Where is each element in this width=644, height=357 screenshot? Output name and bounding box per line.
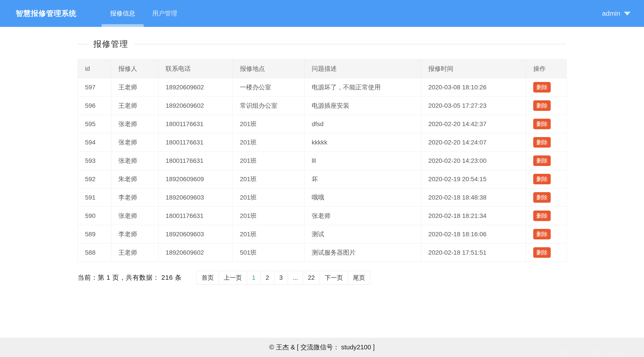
page-ellipsis: ... — [288, 271, 303, 285]
table-row: 595 张老师 18001176631 201班 dfsd 2020-02-20… — [78, 115, 566, 133]
col-header-reporter: 报修人 — [111, 59, 158, 78]
cell-description: 哦哦 — [304, 188, 421, 207]
cell-actions: 删除 — [526, 78, 566, 97]
table-row: 592 朱老师 18920609609 201班 坏 2020-02-19 20… — [78, 170, 566, 188]
delete-button[interactable]: 删除 — [533, 119, 551, 129]
cell-phone: 18920609602 — [158, 78, 233, 97]
watermark-text: https://blog.csdn.net/wjwj1203 — [560, 349, 634, 355]
page-first-button[interactable]: 首页 — [196, 271, 219, 285]
delete-button[interactable]: 删除 — [533, 137, 551, 148]
cell-description: 测试 — [304, 225, 421, 243]
cell-time: 2020-02-19 20:54:15 — [421, 170, 526, 188]
cell-id: 588 — [78, 243, 111, 262]
main-content: 报修管理 id 报修人 联系电话 报修地点 问题描述 报修时间 操作 597 王… — [78, 39, 566, 285]
delete-button[interactable]: 删除 — [533, 100, 551, 111]
pagination: 首页 上一页 1 2 3 ... 22 下一页 尾页 — [196, 271, 370, 285]
table-row: 596 王老师 18920609602 常识组办公室 电源插座安装 2020-0… — [78, 97, 566, 115]
cell-id: 591 — [78, 188, 111, 207]
delete-button[interactable]: 删除 — [533, 229, 551, 239]
cell-phone: 18920609603 — [158, 225, 233, 243]
cell-id: 589 — [78, 225, 111, 243]
tab-user-management-label: 用户管理 — [152, 9, 177, 18]
cell-time: 2020-02-18 18:16:06 — [421, 225, 526, 243]
cell-time: 2020-02-20 14:42:37 — [421, 115, 526, 133]
delete-button[interactable]: 删除 — [533, 192, 551, 203]
cell-actions: 删除 — [526, 170, 566, 188]
title-right-divider — [134, 44, 566, 44]
cell-time: 2020-02-20 14:23:00 — [421, 152, 526, 170]
page-number-3[interactable]: 3 — [274, 271, 288, 285]
cell-location: 201班 — [233, 115, 304, 133]
cell-location: 一楼办公室 — [233, 78, 304, 97]
cell-location: 201班 — [233, 225, 304, 243]
page-title: 报修管理 — [93, 39, 128, 50]
table-row: 589 李老师 18920609603 201班 测试 2020-02-18 1… — [78, 225, 566, 243]
delete-button[interactable]: 删除 — [533, 247, 551, 258]
page-number-2[interactable]: 2 — [260, 271, 274, 285]
cell-time: 2020-02-18 17:51:51 — [421, 243, 526, 262]
cell-reporter: 李老师 — [111, 188, 158, 207]
cell-reporter: 王老师 — [111, 78, 158, 97]
cell-actions: 删除 — [526, 243, 566, 262]
main-nav: 报修信息 用户管理 — [102, 0, 186, 27]
table-row: 588 王老师 18920609602 501班 测试服务器图片 2020-02… — [78, 243, 566, 262]
pagination-summary: 当前：第 1 页，共有数据： 216 条 — [78, 273, 182, 282]
cell-location: 201班 — [233, 133, 304, 152]
cell-time: 2020-03-08 18:10:26 — [421, 78, 526, 97]
page-next-button[interactable]: 下一页 — [320, 271, 348, 285]
cell-time: 2020-03-05 17:27:23 — [421, 97, 526, 115]
cell-reporter: 王老师 — [111, 97, 158, 115]
page-prev-button[interactable]: 上一页 — [218, 271, 247, 285]
cell-description: 测试服务器图片 — [304, 243, 421, 262]
col-header-time: 报修时间 — [421, 59, 526, 78]
cell-phone: 18001176631 — [158, 152, 233, 170]
footer-copyright: © 王杰 & [ 交流微信号： study2100 ] — [270, 343, 375, 352]
page-number-1[interactable]: 1 — [247, 271, 261, 285]
cell-reporter: 张老师 — [111, 115, 158, 133]
col-header-description: 问题描述 — [304, 59, 421, 78]
page-title-row: 报修管理 — [78, 39, 566, 50]
cell-location: 常识组办公室 — [233, 97, 304, 115]
cell-reporter: 张老师 — [111, 207, 158, 225]
cell-reporter: 朱老师 — [111, 170, 158, 188]
delete-button[interactable]: 删除 — [533, 174, 551, 184]
cell-time: 2020-02-20 14:24:07 — [421, 133, 526, 152]
cell-reporter: 李老师 — [111, 225, 158, 243]
pagination-row: 当前：第 1 页，共有数据： 216 条 首页 上一页 1 2 3 ... 22… — [78, 271, 566, 285]
cell-description: kkkkk — [304, 133, 421, 152]
cell-actions: 删除 — [526, 133, 566, 152]
cell-id: 594 — [78, 133, 111, 152]
page-number-22[interactable]: 22 — [303, 271, 320, 285]
cell-reporter: 张老师 — [111, 152, 158, 170]
cell-id: 596 — [78, 97, 111, 115]
cell-description: 电源坏了，不能正常使用 — [304, 78, 421, 97]
col-header-phone: 联系电话 — [158, 59, 233, 78]
table-row: 594 张老师 18001176631 201班 kkkkk 2020-02-2… — [78, 133, 566, 152]
tab-repair-info[interactable]: 报修信息 — [102, 0, 144, 27]
cell-phone: 18920609602 — [158, 243, 233, 262]
user-dropdown[interactable]: admin — [602, 0, 630, 27]
cell-time: 2020-02-18 18:48:38 — [421, 188, 526, 207]
cell-id: 595 — [78, 115, 111, 133]
cell-actions: 删除 — [526, 225, 566, 243]
cell-phone: 18001176631 — [158, 133, 233, 152]
cell-description: 张老师 — [304, 207, 421, 225]
app-brand: 智慧报修管理系统 — [16, 0, 76, 27]
delete-button[interactable]: 删除 — [533, 211, 551, 221]
cell-id: 592 — [78, 170, 111, 188]
app-header: 智慧报修管理系统 报修信息 用户管理 admin — [0, 0, 644, 27]
chevron-down-icon — [624, 12, 630, 16]
cell-reporter: 张老师 — [111, 133, 158, 152]
page-last-button[interactable]: 尾页 — [348, 271, 370, 285]
delete-button[interactable]: 删除 — [533, 82, 551, 93]
cell-location: 501班 — [233, 243, 304, 262]
delete-button[interactable]: 删除 — [533, 155, 551, 166]
cell-phone: 18001176631 — [158, 115, 233, 133]
cell-phone: 18920609609 — [158, 170, 233, 188]
tab-user-management[interactable]: 用户管理 — [144, 0, 186, 27]
table-row: 591 李老师 18920609603 201班 哦哦 2020-02-18 1… — [78, 188, 566, 207]
cell-id: 593 — [78, 152, 111, 170]
table-row: 590 张老师 18001176631 201班 张老师 2020-02-18 … — [78, 207, 566, 225]
cell-location: 201班 — [233, 170, 304, 188]
cell-actions: 删除 — [526, 97, 566, 115]
